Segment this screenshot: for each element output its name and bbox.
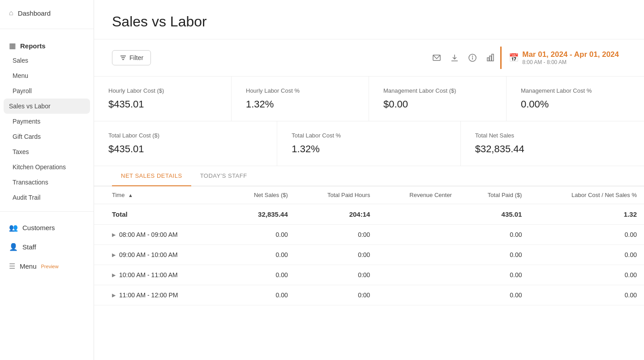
row-1-paid: 0.00	[459, 245, 529, 265]
sidebar-item-dashboard[interactable]: ⌂ Dashboard	[0, 4, 94, 22]
sidebar-item-menu[interactable]: Menu	[0, 68, 94, 83]
info-button[interactable]	[464, 50, 481, 66]
customers-icon: 👥	[9, 223, 18, 232]
expand-icon-3[interactable]: ▶	[112, 292, 116, 298]
tabs: Net Sales Details Today's Staff	[94, 166, 644, 186]
stat-value-5: 1.32%	[292, 143, 446, 155]
sidebar-item-sales-vs-labor[interactable]: Sales vs Labor	[4, 99, 90, 114]
stat-total-labor-cost: Total Labor Cost ($) $435.01	[94, 121, 277, 166]
stat-label-2: Management Labor Cost ($)	[383, 87, 492, 94]
divider	[0, 29, 94, 29]
stat-value-4: $435.01	[108, 143, 262, 155]
row-3-net-sales: 0.00	[225, 285, 295, 305]
stat-value-3: 0.00%	[521, 99, 630, 110]
email-icon	[432, 53, 441, 62]
row-3-paid: 0.00	[459, 285, 529, 305]
sidebar-item-customers[interactable]: 👥 Customers	[0, 218, 94, 237]
sidebar-item-taxes[interactable]: Taxes	[0, 144, 94, 159]
info-icon	[468, 53, 477, 62]
stat-value-2: $0.00	[383, 99, 492, 110]
row-0-hours: 0:00	[295, 225, 378, 245]
row-0-pct: 0.00	[529, 225, 644, 245]
row-1-revenue	[377, 245, 459, 265]
sidebar: ⌂ Dashboard ▦ Reports Sales Menu Payroll…	[0, 0, 94, 360]
download-icon	[450, 53, 459, 62]
reports-icon: ▦	[9, 42, 16, 50]
stat-hourly-labor-pct: Hourly Labor Cost % 1.32%	[232, 77, 369, 121]
home-icon: ⌂	[9, 9, 13, 17]
table-row: ▶ 10:00 AM - 11:00 AM 0.00 0:00 0.00 0.0…	[94, 265, 644, 285]
sidebar-item-payments[interactable]: Payments	[0, 114, 94, 129]
table-body: Total 32,835.44 204:14 435.01 1.32	[94, 204, 644, 305]
date-range-text: Mar 01, 2024 - Apr 01, 2024 8:00 AM - 8:…	[522, 50, 619, 65]
sidebar-item-sales[interactable]: Sales	[0, 53, 94, 68]
svg-rect-10	[492, 54, 494, 61]
date-range[interactable]: 📅 Mar 01, 2024 - Apr 01, 2024 8:00 AM - …	[500, 47, 626, 69]
sidebar-item-staff[interactable]: 👤 Staff	[0, 237, 94, 257]
stat-total-labor-pct: Total Labor Cost % 1.32%	[277, 121, 460, 166]
stat-value-0: $435.01	[108, 99, 217, 110]
row-1-net-sales: 0.00	[225, 245, 295, 265]
row-3-hours: 0:00	[295, 285, 378, 305]
date-range-main: Mar 01, 2024 - Apr 01, 2024	[522, 50, 619, 59]
row-3-pct: 0.00	[529, 285, 644, 305]
table-row: ▶ 11:00 AM - 12:00 PM 0.00 0:00 0.00 0.0…	[94, 285, 644, 305]
sidebar-dashboard-label: Dashboard	[18, 9, 51, 17]
row-3-time: ▶ 11:00 AM - 12:00 PM	[94, 285, 225, 305]
expand-icon-0[interactable]: ▶	[112, 232, 116, 238]
stat-value-6: $32,835.44	[475, 143, 630, 155]
page-header: Sales vs Labor	[94, 0, 644, 39]
stat-total-net-sales: Total Net Sales $32,835.44	[461, 121, 644, 166]
sidebar-customers-label: Customers	[22, 224, 55, 231]
total-labor-cost-pct: 1.32	[529, 204, 644, 225]
row-0-paid: 0.00	[459, 225, 529, 245]
total-revenue-center	[377, 204, 459, 225]
stat-mgmt-labor-cost: Management Labor Cost ($) $0.00	[369, 77, 507, 121]
toolbar: Filter	[94, 39, 644, 77]
tab-todays-staff[interactable]: Today's Staff	[191, 166, 256, 186]
staff-icon: 👤	[9, 243, 18, 251]
col-time[interactable]: Time ▲	[94, 186, 225, 204]
sidebar-item-gift-cards[interactable]: Gift Cards	[0, 129, 94, 144]
total-net-sales: 32,835.44	[225, 204, 295, 225]
row-1-time: ▶ 09:00 AM - 10:00 AM	[94, 245, 225, 265]
total-paid: 435.01	[459, 204, 529, 225]
row-2-time: ▶ 10:00 AM - 11:00 AM	[94, 265, 225, 285]
stat-label-1: Hourly Labor Cost %	[246, 87, 354, 94]
table-row: ▶ 09:00 AM - 10:00 AM 0.00 0:00 0.00 0.0…	[94, 245, 644, 265]
col-revenue-center: Revenue Center	[377, 186, 459, 204]
col-net-sales: Net Sales ($)	[225, 186, 295, 204]
stat-label-5: Total Labor Cost %	[292, 132, 446, 139]
row-1-pct: 0.00	[529, 245, 644, 265]
sidebar-item-audit-trail[interactable]: Audit Trail	[0, 190, 94, 205]
sidebar-reports-label: Reports	[20, 42, 46, 50]
sidebar-item-kitchen-operations[interactable]: Kitchen Operations	[0, 159, 94, 175]
expand-icon-2[interactable]: ▶	[112, 272, 116, 278]
calendar-icon: 📅	[509, 53, 519, 63]
expand-icon-1[interactable]: ▶	[112, 252, 116, 258]
total-paid-hours: 204:14	[295, 204, 378, 225]
row-0-revenue	[377, 225, 459, 245]
sidebar-item-transactions[interactable]: Transactions	[0, 175, 94, 190]
table-container: Time ▲ Net Sales ($) Total Paid Hours Re…	[94, 186, 644, 360]
main-content: Sales vs Labor Filter	[94, 0, 644, 360]
stat-label-3: Management Labor Cost %	[521, 87, 630, 94]
download-button[interactable]	[447, 50, 463, 66]
row-0-time: ▶ 08:00 AM - 09:00 AM	[94, 225, 225, 245]
row-1-hours: 0:00	[295, 245, 378, 265]
sort-icon: ▲	[128, 193, 133, 198]
row-2-hours: 0:00	[295, 265, 378, 285]
svg-point-7	[472, 56, 473, 56]
sidebar-item-menu-nav[interactable]: ☰ Menu Preview	[0, 257, 94, 276]
row-2-pct: 0.00	[529, 265, 644, 285]
chart-button[interactable]	[482, 50, 498, 66]
svg-rect-9	[489, 56, 491, 61]
col-total-paid-hours: Total Paid Hours	[295, 186, 378, 204]
sidebar-reports-header[interactable]: ▦ Reports	[0, 35, 94, 53]
sidebar-staff-label: Staff	[22, 243, 36, 251]
sidebar-item-payroll[interactable]: Payroll	[0, 83, 94, 99]
email-button[interactable]	[429, 50, 445, 66]
filter-button[interactable]: Filter	[112, 50, 151, 65]
tab-net-sales-details[interactable]: Net Sales Details	[112, 166, 191, 186]
total-label: Total	[94, 204, 225, 225]
